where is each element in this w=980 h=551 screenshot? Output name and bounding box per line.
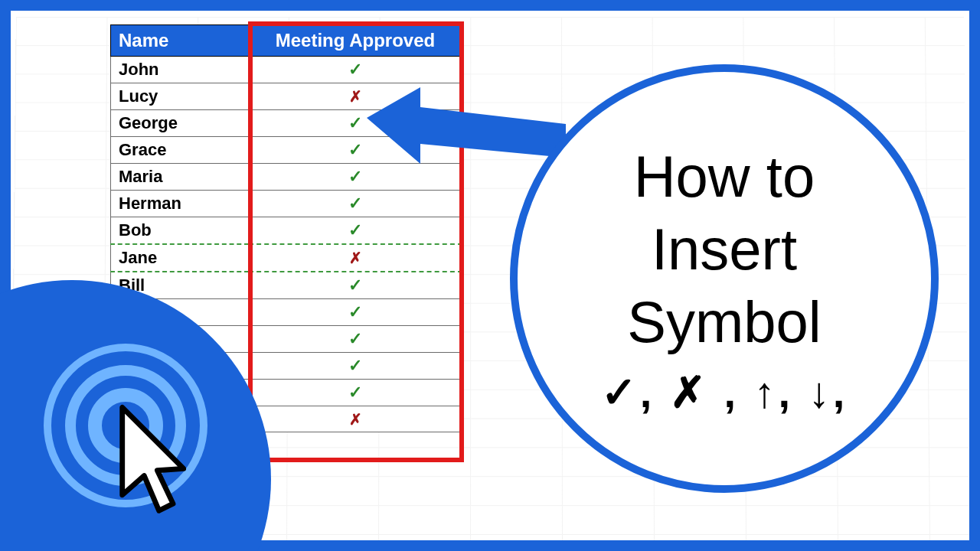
table-row: Lucy✗ xyxy=(111,83,462,110)
cell-name: Bob xyxy=(111,217,249,245)
cross-icon: ✗ xyxy=(249,83,462,110)
table-row: Maria✓ xyxy=(111,164,462,191)
table-row: George✓ xyxy=(111,110,462,137)
callout-symbol-row: ✓, ✗ , ↑, ↓, xyxy=(601,367,848,417)
cell-name: Grace xyxy=(111,137,249,164)
table-row: Herman✓ xyxy=(111,191,462,217)
checkmark-icon: ✓ xyxy=(249,326,462,353)
cell-name: John xyxy=(111,57,249,83)
callout-line-1: How to xyxy=(634,140,815,213)
table-row: Grace✓ xyxy=(111,137,462,164)
cell-name: George xyxy=(111,110,249,137)
checkmark-icon: ✓ xyxy=(249,380,462,406)
table-row: Bob✓ xyxy=(111,217,462,245)
callout-line-2: Insert xyxy=(652,213,797,285)
checkmark-icon: ✓ xyxy=(249,57,462,83)
checkmark-icon: ✓ xyxy=(249,272,462,299)
callout-line-3: Symbol xyxy=(627,285,821,358)
svg-marker-4 xyxy=(122,407,184,510)
checkmark-icon: ✓ xyxy=(249,110,462,137)
table-row: John✓ xyxy=(111,57,462,83)
tutorial-thumbnail: Name Meeting Approved John✓Lucy✗George✓G… xyxy=(0,0,980,551)
cell-name: Herman xyxy=(111,191,249,217)
checkmark-icon: ✓ xyxy=(249,164,462,191)
table-row: Bill✓ xyxy=(111,272,462,299)
cross-icon: ✗ xyxy=(249,406,462,432)
checkmark-icon: ✓ xyxy=(249,137,462,164)
title-callout-bubble: How to Insert Symbol ✓, ✗ , ↑, ↓, xyxy=(510,64,939,493)
cross-icon: ✗ xyxy=(249,244,462,272)
checkmark-icon: ✓ xyxy=(249,217,462,245)
cell-name: Jane xyxy=(111,244,249,272)
cell-name: Maria xyxy=(111,164,249,191)
header-name: Name xyxy=(111,25,249,57)
table-row: Jane✗ xyxy=(111,244,462,272)
checkmark-icon: ✓ xyxy=(249,191,462,217)
cursor-arrow-icon xyxy=(103,399,194,521)
checkmark-icon: ✓ xyxy=(249,299,462,326)
header-approved: Meeting Approved xyxy=(249,25,462,57)
checkmark-icon: ✓ xyxy=(249,353,462,380)
cell-name: Lucy xyxy=(111,83,249,110)
